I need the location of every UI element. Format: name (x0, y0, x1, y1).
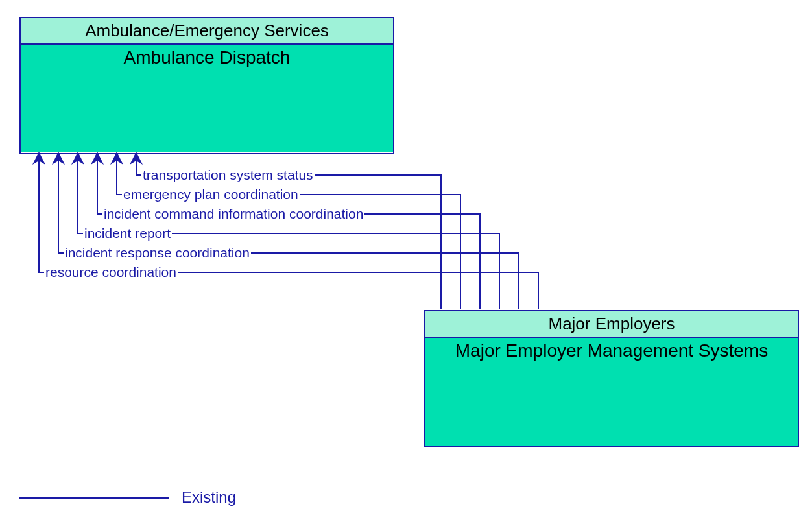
flow-label-resource-coordination: resource coordination (44, 265, 178, 280)
node-body-ambulance: Ambulance Dispatch (21, 45, 393, 152)
flow-label-transportation-system-status: transportation system status (141, 167, 315, 183)
flow-label-incident-command-information-coordination: incident command information coordinatio… (102, 206, 364, 222)
node-major-employers: Major Employers Major Employer Managemen… (424, 310, 799, 447)
flow-label-emergency-plan-coordination: emergency plan coordination (122, 187, 300, 202)
node-ambulance-dispatch: Ambulance/Emergency Services Ambulance D… (19, 17, 394, 154)
node-header-ambulance: Ambulance/Emergency Services (21, 18, 393, 45)
diagram-canvas: Ambulance/Emergency Services Ambulance D… (0, 0, 812, 524)
legend-label-existing: Existing (182, 488, 236, 506)
flow-label-incident-response-coordination: incident response coordination (64, 245, 251, 261)
node-body-employers: Major Employer Management Systems (425, 338, 798, 446)
node-header-employers: Major Employers (425, 311, 798, 338)
flow-label-incident-report: incident report (83, 226, 172, 241)
legend-line-existing (19, 497, 169, 499)
